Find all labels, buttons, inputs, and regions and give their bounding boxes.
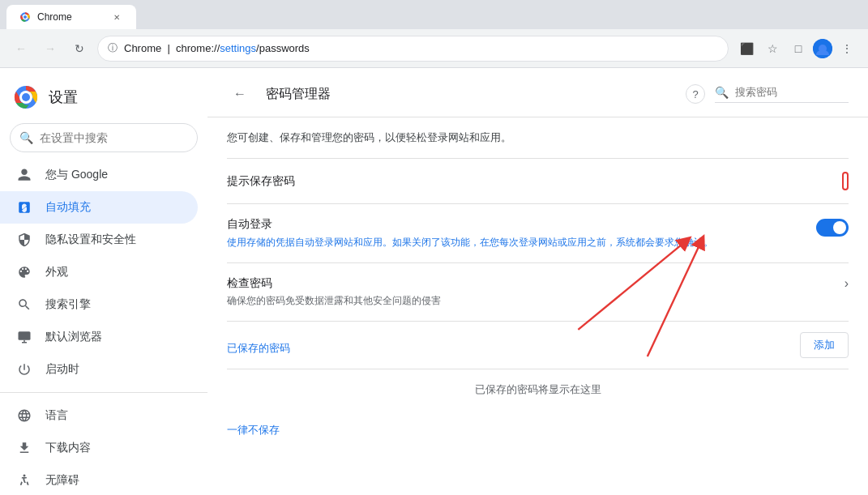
panel-content: 您可创建、保存和管理您的密码，以便轻松登录网站和应用。 提示保存密码 自动登录 — [207, 117, 868, 441]
search-icon: 🔍 — [19, 131, 33, 144]
save-passwords-label: 提示保存密码 — [227, 174, 842, 189]
main-panel: ← 密码管理器 ? 🔍 您可创建、保存和管理您的密码，以便轻松登录网站和应用。 — [207, 68, 868, 495]
settings-search-box[interactable]: 🔍 — [10, 123, 198, 152]
empty-passwords-state: 已保存的密码将显示在这里 — [227, 369, 849, 410]
language-icon — [16, 408, 32, 424]
sidebar-item-label: 默认浏览器 — [45, 330, 102, 344]
sidebar-item-label: 外观 — [45, 265, 68, 280]
auto-signin-toggle[interactable] — [816, 219, 849, 237]
panel-title: 密码管理器 — [266, 86, 331, 103]
sidebar-item-language[interactable]: 语言 — [0, 399, 198, 432]
sidebar-item-google[interactable]: 您与 Google — [0, 159, 198, 191]
address-suffix: /passwords — [256, 42, 310, 54]
address-text: Chrome | chrome://settings/passwords — [124, 42, 310, 54]
auto-signin-label: 自动登录 — [227, 217, 816, 232]
content-area: 设置 🔍 您与 Google 自动填充 — [0, 68, 868, 495]
help-button[interactable]: ? — [686, 84, 705, 104]
check-passwords-label: 检查密码 — [227, 276, 844, 291]
startup-icon — [16, 361, 32, 378]
sidebar-item-label: 无障碍 — [45, 473, 79, 488]
sidebar-header: 设置 — [0, 75, 207, 123]
svg-rect-8 — [19, 331, 31, 340]
check-passwords-row[interactable]: 检查密码 确保您的密码免受数据泄露和其他安全问题的侵害 › — [227, 263, 849, 322]
address-prefix: Chrome | chrome:// — [124, 42, 220, 54]
bookmark-button[interactable]: ☆ — [761, 37, 784, 60]
add-password-button[interactable]: 添加 — [800, 332, 849, 358]
sidebar-item-label: 自动填充 — [45, 200, 91, 215]
address-path: settings — [220, 42, 256, 54]
sidebar-item-search[interactable]: 搜索引擎 — [0, 288, 198, 321]
tab-close-button[interactable]: ✕ — [110, 11, 123, 23]
security-icon: ⓘ — [108, 41, 118, 55]
panel-header: ← 密码管理器 ? 🔍 — [207, 68, 868, 117]
tab-title: Chrome — [37, 11, 72, 23]
sidebar-item-downloads[interactable]: 下载内容 — [0, 432, 198, 464]
tab-button[interactable]: □ — [787, 37, 810, 60]
never-save-title: 一律不保存 — [227, 410, 849, 441]
toggle-slider — [816, 219, 849, 237]
download-icon — [16, 440, 32, 456]
shield-icon — [16, 232, 32, 248]
sidebar-item-autofill[interactable]: 自动填充 — [0, 191, 198, 224]
nav-bar: ← → ↻ ⓘ Chrome | chrome://settings/passw… — [0, 29, 868, 68]
sidebar-item-label: 您与 Google — [45, 168, 108, 182]
browser-icon — [16, 329, 32, 345]
address-bar[interactable]: ⓘ Chrome | chrome://settings/passwords — [97, 36, 729, 62]
save-passwords-row: 提示保存密码 — [227, 159, 849, 204]
chrome-logo — [13, 84, 39, 110]
menu-button[interactable]: ⋮ — [836, 37, 858, 60]
panel-header-right: ? 🔍 — [686, 84, 849, 104]
settings-search-input[interactable] — [10, 123, 198, 152]
sidebar-item-startup[interactable]: 启动时 — [0, 353, 198, 386]
panel-description: 您可创建、保存和管理您的密码，以便轻松登录网站和应用。 — [227, 117, 849, 159]
check-passwords-desc: 确保您的密码免受数据泄露和其他安全问题的侵害 — [227, 294, 844, 308]
reload-button[interactable]: ↻ — [68, 37, 91, 60]
browser-frame: Chrome ✕ ← → ↻ ⓘ Chrome | chrome://setti… — [0, 0, 868, 495]
svg-point-11 — [24, 475, 26, 477]
sidebar-item-accessibility[interactable]: 无障碍 — [0, 464, 198, 495]
forward-button[interactable]: → — [39, 37, 62, 60]
autofill-icon — [16, 199, 32, 215]
svg-point-2 — [24, 15, 27, 19]
search-engine-icon — [16, 297, 32, 313]
tab-favicon — [19, 11, 31, 23]
cast-button[interactable]: ⬛ — [735, 37, 758, 60]
auto-signin-content: 自动登录 使用存储的凭据自动登录网站和应用。如果关闭了该功能，在您每次登录网站或… — [227, 217, 816, 250]
sidebar-item-label: 下载内容 — [45, 441, 91, 455]
settings-title: 设置 — [49, 87, 78, 107]
sidebar-item-default-browser[interactable]: 默认浏览器 — [0, 321, 198, 353]
sidebar-divider — [0, 392, 207, 393]
sidebar-item-label: 启动时 — [45, 362, 79, 377]
password-search-input[interactable] — [735, 86, 849, 98]
sidebar-item-label: 搜索引擎 — [45, 297, 91, 312]
password-search-box[interactable]: 🔍 — [715, 86, 849, 103]
auto-signin-desc: 使用存储的凭据自动登录网站和应用。如果关闭了该功能，在您每次登录网站或应用之前，… — [227, 235, 816, 250]
panel-back-button[interactable]: ← — [227, 81, 253, 107]
saved-passwords-header: 已保存的密码 添加 — [227, 322, 849, 369]
sidebar-item-label: 隐私设置和安全性 — [45, 233, 136, 247]
profile-avatar[interactable] — [813, 39, 832, 58]
person-icon — [16, 167, 32, 183]
sidebar-item-privacy[interactable]: 隐私设置和安全性 — [0, 224, 198, 256]
save-passwords-toggle-highlight — [842, 172, 849, 190]
nav-actions: ⬛ ☆ □ ⋮ — [735, 37, 858, 60]
sidebar: 设置 🔍 您与 Google 自动填充 — [0, 68, 207, 495]
auto-signin-row: 自动登录 使用存储的凭据自动登录网站和应用。如果关闭了该功能，在您每次登录网站或… — [227, 204, 849, 263]
password-search-icon: 🔍 — [715, 86, 729, 99]
accessibility-icon — [16, 472, 32, 489]
palette-icon — [16, 264, 32, 280]
back-arrow-icon: ← — [233, 87, 246, 101]
svg-point-7 — [22, 93, 30, 101]
browser-tab[interactable]: Chrome ✕ — [6, 5, 136, 29]
saved-passwords-title: 已保存的密码 — [227, 328, 290, 362]
chevron-right-icon: › — [844, 276, 849, 291]
sidebar-item-appearance[interactable]: 外观 — [0, 256, 198, 288]
sidebar-item-label: 语言 — [45, 408, 68, 423]
back-button[interactable]: ← — [10, 37, 32, 60]
tab-bar: Chrome ✕ — [0, 0, 868, 29]
question-icon: ? — [692, 88, 698, 100]
check-passwords-content: 检查密码 确保您的密码免受数据泄露和其他安全问题的侵害 — [227, 276, 844, 308]
